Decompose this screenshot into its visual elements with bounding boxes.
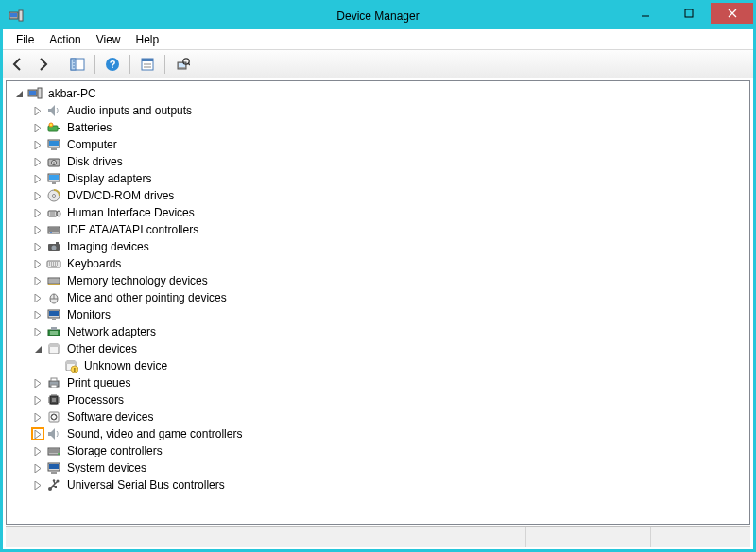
maximize-button[interactable]: [667, 3, 710, 24]
tree-node-disk[interactable]: Disk drives: [9, 153, 747, 170]
expander-icon[interactable]: [31, 138, 44, 151]
speaker-icon: [46, 426, 61, 441]
expander-icon[interactable]: [31, 376, 44, 389]
expander-icon[interactable]: [31, 410, 44, 423]
tree-node-label: Unknown device: [82, 359, 169, 372]
tree-node-label: Audio inputs and outputs: [65, 104, 194, 117]
tree-node-label: Processors: [65, 393, 126, 406]
tree-node-printq[interactable]: Print queues: [9, 374, 747, 391]
computer-icon: [27, 86, 43, 101]
tree-node-label: Other devices: [65, 342, 139, 355]
device-tree[interactable]: akbar-PC Audio inputs and outputs Batter…: [6, 80, 750, 525]
tree-node-unknown[interactable]: Unknown device: [9, 357, 747, 374]
tree-node-monitors[interactable]: Monitors: [9, 306, 747, 323]
expander-icon[interactable]: [31, 240, 44, 253]
expander-icon[interactable]: [12, 87, 26, 100]
expander-icon[interactable]: [31, 427, 44, 440]
tree-node-label: Batteries: [65, 121, 113, 134]
expander-icon[interactable]: [31, 393, 44, 406]
tree-node-label: Disk drives: [65, 155, 125, 168]
show-hide-tree-button[interactable]: [66, 53, 89, 76]
tree-node-dvd[interactable]: DVD/CD-ROM drives: [9, 187, 747, 204]
processor-icon: [46, 392, 61, 407]
tree-node-label: Sound, video and game controllers: [65, 427, 244, 440]
tree-node-computer[interactable]: Computer: [9, 136, 747, 153]
speaker-icon: [46, 103, 61, 118]
window-title: Device Manager: [336, 9, 419, 23]
tree-node-hid[interactable]: Human Interface Devices: [9, 204, 747, 221]
expander-icon[interactable]: [31, 104, 44, 117]
minimize-button[interactable]: [624, 3, 666, 24]
toolbar-separator: [129, 55, 130, 74]
expander-icon[interactable]: [31, 189, 44, 202]
expander-icon[interactable]: [31, 444, 44, 457]
expander-icon[interactable]: [31, 325, 44, 338]
expander-icon[interactable]: [31, 478, 44, 492]
tree-node-label: Print queues: [65, 376, 132, 389]
tree-node-software[interactable]: Software devices: [9, 408, 747, 425]
back-button[interactable]: [7, 53, 29, 76]
toolbar-separator: [164, 55, 165, 74]
expander-icon[interactable]: [31, 274, 44, 287]
computer-icon: [46, 137, 61, 152]
properties-button[interactable]: [136, 53, 159, 76]
menu-help[interactable]: Help: [129, 31, 167, 48]
battery-icon: [46, 120, 61, 135]
tree-node-label: Mice and other pointing devices: [65, 291, 229, 304]
expander-icon[interactable]: [31, 155, 44, 168]
tree-node-label: Human Interface Devices: [65, 206, 197, 219]
expander-icon[interactable]: [31, 291, 44, 304]
expander-icon[interactable]: [31, 172, 44, 185]
tree-node-batteries[interactable]: Batteries: [9, 119, 747, 136]
close-button[interactable]: [711, 3, 753, 24]
tree-node-audio[interactable]: Audio inputs and outputs: [9, 102, 747, 119]
menu-file[interactable]: File: [9, 31, 42, 48]
menu-action[interactable]: Action: [42, 31, 88, 48]
keyboard-icon: [46, 256, 61, 271]
tree-node-system[interactable]: System devices: [9, 459, 747, 476]
expander-icon[interactable]: [31, 342, 44, 355]
app-icon: [9, 9, 24, 24]
tree-node-other[interactable]: Other devices: [9, 340, 747, 357]
tree-node-imaging[interactable]: Imaging devices: [9, 238, 747, 255]
expander-icon[interactable]: [31, 121, 44, 134]
tree-node-ide[interactable]: IDE ATA/ATAPI controllers: [9, 221, 747, 238]
titlebar: Device Manager: [3, 3, 753, 29]
expander-icon[interactable]: [31, 257, 44, 270]
expander-icon[interactable]: [31, 308, 44, 321]
tree-node-label: Software devices: [65, 410, 155, 423]
usb-icon: [46, 477, 61, 492]
tree-node-storage[interactable]: Storage controllers: [9, 442, 747, 459]
tree-node-label: DVD/CD-ROM drives: [65, 189, 176, 202]
menu-view[interactable]: View: [89, 31, 129, 48]
tree-node-keyboards[interactable]: Keyboards: [9, 255, 747, 272]
tree-node-mice[interactable]: Mice and other pointing devices: [9, 289, 747, 306]
tree-node-usb[interactable]: Universal Serial Bus controllers: [9, 476, 747, 493]
tree-node-processors[interactable]: Processors: [9, 391, 747, 408]
tree-node-network[interactable]: Network adapters: [9, 323, 747, 340]
expander-icon[interactable]: [31, 223, 44, 236]
tree-node-sound[interactable]: Sound, video and game controllers: [9, 425, 747, 442]
tree-node-label: Keyboards: [65, 257, 123, 270]
statusbar: [6, 526, 750, 547]
tree-root[interactable]: akbar-PC: [9, 85, 747, 102]
disk-icon: [46, 154, 61, 169]
window-controls: [624, 3, 753, 29]
expander-icon[interactable]: [31, 206, 44, 219]
tree-node-label: Network adapters: [65, 325, 158, 338]
tree-node-label: System devices: [65, 461, 148, 474]
status-cell: [6, 527, 526, 547]
forward-button[interactable]: [31, 53, 54, 76]
monitor-icon: [46, 307, 61, 322]
tree-node-label: Monitors: [65, 308, 112, 321]
help-button[interactable]: [101, 53, 124, 76]
tree-node-display[interactable]: Display adapters: [9, 170, 747, 187]
software-device-icon: [46, 409, 61, 424]
scan-hardware-button[interactable]: [171, 53, 194, 76]
camera-icon: [46, 239, 61, 254]
tree-node-label: Storage controllers: [65, 444, 164, 457]
tree-node-memtech[interactable]: Memory technology devices: [9, 272, 747, 289]
expander-icon[interactable]: [31, 461, 44, 474]
tree-node-label: akbar-PC: [46, 87, 98, 100]
svg-rect-64: [685, 9, 693, 17]
